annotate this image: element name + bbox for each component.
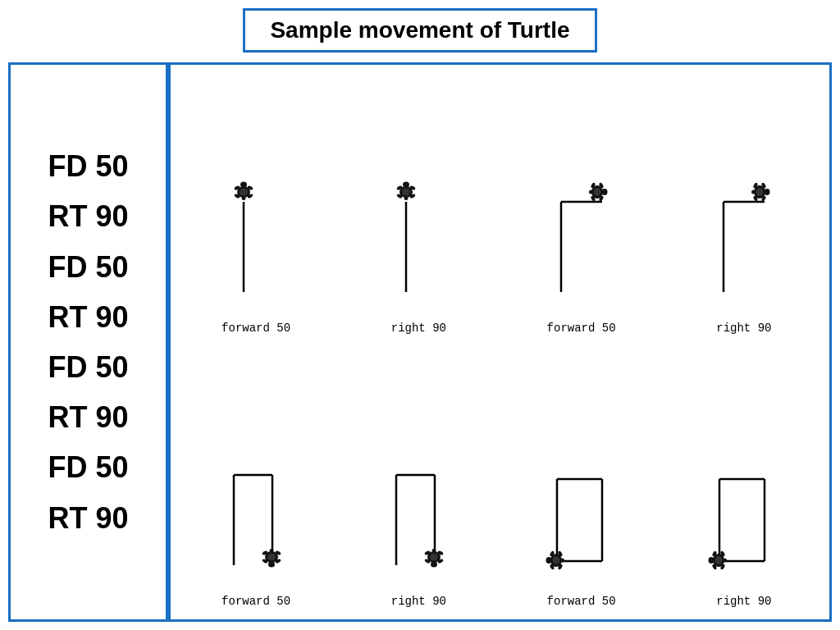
cell-label: right 90 — [716, 322, 771, 335]
cell-label: forward 50 — [547, 322, 616, 335]
svg-point-7 — [242, 197, 246, 200]
command-line: FD 50 — [48, 342, 128, 392]
cell-1-1: forward 50 — [179, 73, 333, 338]
cell-2-1: forward 50 — [179, 346, 333, 611]
svg-point-77 — [708, 557, 714, 564]
main-area: FD 50 RT 90 FD 50 RT 90 FD 50 RT 90 FD 5… — [8, 62, 832, 622]
page-title: Sample movement of Turtle — [243, 8, 596, 52]
command-line: RT 90 — [48, 493, 128, 543]
cell-label: right 90 — [391, 595, 446, 608]
svg-point-53 — [431, 562, 437, 568]
svg-point-36 — [751, 190, 755, 194]
command-line: RT 90 — [48, 191, 128, 241]
command-line: RT 90 — [48, 392, 128, 442]
svg-point-11 — [403, 182, 409, 188]
cell-label: forward 50 — [221, 595, 290, 608]
svg-point-17 — [402, 189, 410, 196]
diagrams-panel: forward 50 — [168, 62, 832, 622]
cell-label: right 90 — [716, 595, 771, 608]
svg-point-2 — [240, 182, 247, 188]
cell-label: forward 50 — [221, 322, 290, 335]
cell-2-2: right 90 — [341, 346, 495, 611]
command-line: FD 50 — [48, 141, 128, 191]
commands-panel: FD 50 RT 90 FD 50 RT 90 FD 50 RT 90 FD 5… — [8, 62, 168, 622]
svg-point-26 — [589, 190, 592, 194]
cell-1-4: right 90 — [667, 73, 821, 338]
svg-point-8 — [240, 189, 248, 196]
svg-point-42 — [268, 562, 275, 568]
cell-label: forward 50 — [547, 595, 616, 608]
cell-2-3: forward 50 — [504, 346, 659, 611]
cell-2-4: right 90 — [667, 346, 821, 611]
command-line: FD 50 — [48, 242, 128, 292]
command-line: RT 90 — [48, 292, 128, 342]
cell-1-3: forward 50 — [504, 73, 659, 338]
svg-point-16 — [404, 197, 409, 200]
command-line: FD 50 — [48, 442, 128, 492]
cell-label: right 90 — [391, 322, 446, 335]
svg-point-65 — [546, 557, 551, 564]
cell-1-2: right 90 — [341, 73, 495, 338]
